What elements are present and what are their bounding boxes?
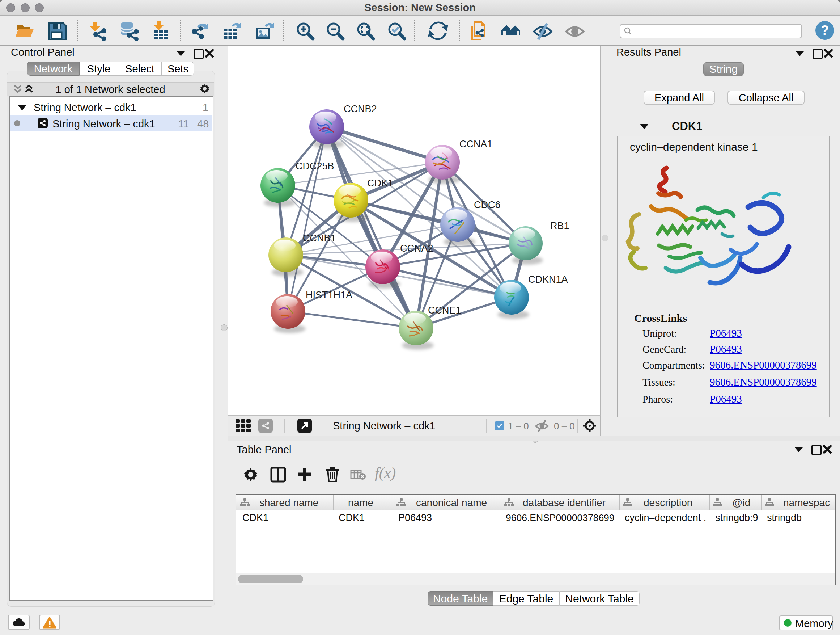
svg-text:?: ? — [821, 23, 829, 38]
svg-text:CDC25B: CDC25B — [295, 161, 334, 172]
svg-text:CDK1: CDK1 — [367, 178, 393, 188]
svg-text:CDKN1A: CDKN1A — [528, 274, 568, 285]
svg-text:CCNA2: CCNA2 — [400, 243, 433, 254]
svg-text:CDC6: CDC6 — [474, 200, 501, 211]
svg-text:RB1: RB1 — [550, 220, 569, 231]
svg-text:HIST1H1A: HIST1H1A — [306, 290, 352, 301]
svg-text:CCNE1: CCNE1 — [428, 305, 461, 316]
svg-text:CCNB1: CCNB1 — [303, 233, 336, 244]
svg-text:CCNA1: CCNA1 — [459, 139, 493, 149]
svg-text:CCNB2: CCNB2 — [344, 103, 377, 114]
